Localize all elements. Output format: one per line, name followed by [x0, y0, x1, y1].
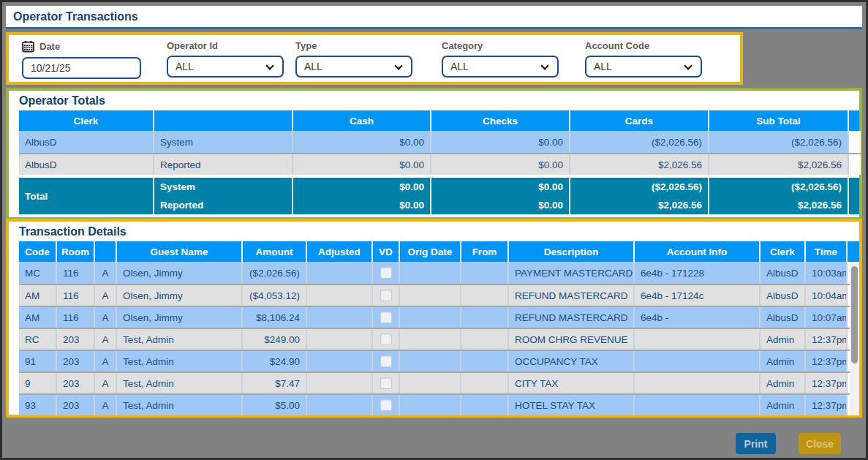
cell-code: MC	[19, 262, 57, 284]
chevron-down-icon	[684, 61, 692, 69]
cell-code: 9	[19, 373, 57, 393]
vd-checkbox[interactable]	[380, 399, 392, 411]
col-header-code: Code	[19, 241, 57, 262]
cell-cash: $0.00	[293, 154, 431, 175]
cell-time: 10:04am	[806, 285, 848, 306]
cell-flag: A	[95, 395, 117, 415]
date-label: Date	[39, 41, 60, 52]
cell-amount: ($4,053.12)	[243, 285, 307, 306]
col-header-guest-name: Guest Name	[117, 241, 243, 262]
col-header-vd: VD	[373, 241, 400, 262]
total-cash-reported: $0.00	[293, 196, 431, 214]
cell-source: System	[154, 131, 293, 153]
cell-sub-total: ($2,026.56)	[709, 131, 849, 153]
transaction-row[interactable]: RC 203 A Test, Admin $249.00 ROOM CHRG R…	[19, 328, 859, 350]
col-header-orig-date: Orig Date	[400, 241, 461, 262]
col-header-checks: Checks	[431, 110, 570, 131]
print-button[interactable]: Print	[736, 433, 776, 454]
dialog-title-bar: Operator Transactions	[6, 6, 862, 29]
transaction-row[interactable]: MC 116 A Olsen, Jimmy ($2,026.56) PAYMEN…	[19, 262, 859, 284]
cell-flag: A	[95, 307, 117, 328]
cell-orig-date	[400, 373, 461, 393]
header-filler	[849, 110, 861, 131]
vd-checkbox[interactable]	[380, 312, 392, 323]
transaction-row[interactable]: AM 116 A Olsen, Jimmy ($4,053.12) REFUND…	[19, 284, 859, 306]
col-header-adjusted: Adjusted	[307, 241, 373, 262]
cell-guest-name: Test, Admin	[117, 373, 243, 393]
vd-checkbox[interactable]	[380, 355, 392, 367]
cell-clerk: AlbusD	[761, 285, 806, 306]
cell-adjusted	[307, 373, 373, 393]
cell-orig-date	[400, 285, 461, 306]
details-scrollbar-thumb[interactable]	[851, 266, 858, 363]
operator-id-select[interactable]: ALL	[167, 56, 284, 78]
account-code-value: ALL	[594, 61, 612, 72]
cell-guest-name: Olsen, Jimmy	[117, 285, 243, 306]
cell-time: 12:37pm	[806, 395, 848, 415]
cell-flag: A	[95, 285, 117, 306]
page-title: Operator Transactions	[13, 10, 138, 23]
totals-row[interactable]: AlbusD Reported $0.00 $0.00 $2,026.56 $2…	[19, 153, 859, 175]
cell-time: 10:07am	[806, 307, 848, 328]
col-header-account-info: Account Info	[635, 241, 761, 262]
transaction-row[interactable]: 9 203 A Test, Admin $7.47 CITY TAX Admin…	[19, 372, 859, 393]
cell-adjusted	[307, 285, 373, 306]
chevron-down-icon	[540, 61, 548, 69]
account-code-select[interactable]: ALL	[585, 56, 702, 78]
cell-clerk: Admin	[761, 373, 806, 393]
cell-flag: A	[95, 351, 117, 372]
chevron-down-icon	[265, 61, 273, 69]
transaction-row[interactable]: AM 116 A Olsen, Jimmy $8,106.24 REFUND M…	[19, 306, 859, 328]
vd-checkbox[interactable]	[380, 267, 392, 279]
type-select[interactable]: ALL	[295, 56, 412, 78]
date-label-row: Date	[22, 40, 141, 53]
cell-description: REFUND MASTERCARD	[509, 285, 635, 306]
cell-time: 10:03am	[806, 262, 848, 284]
cell-from	[461, 351, 509, 372]
vd-checkbox[interactable]	[380, 290, 392, 301]
cell-from	[461, 307, 509, 328]
date-filter-group: Date	[22, 40, 141, 79]
total-filler	[849, 178, 861, 196]
cell-clerk: AlbusD	[761, 307, 806, 328]
calendar-icon[interactable]	[22, 40, 34, 53]
cell-code: 93	[19, 395, 57, 415]
date-input[interactable]	[22, 57, 141, 79]
cell-room: 116	[57, 307, 95, 328]
cell-orig-date	[400, 329, 461, 350]
cell-time: 12:37pm	[806, 373, 848, 393]
cell-vd	[373, 285, 400, 306]
cell-amount: $7.47	[243, 373, 307, 393]
cell-amount: $8,106.24	[243, 307, 307, 328]
vd-checkbox[interactable]	[380, 333, 392, 345]
col-header-sub-total: Sub Total	[709, 110, 849, 131]
vd-checkbox[interactable]	[380, 377, 392, 389]
cell-account-info	[635, 373, 761, 393]
cell-guest-name: Olsen, Jimmy	[117, 262, 243, 284]
operator-totals-panel: Operator Totals Clerk Cash Checks Cards …	[6, 88, 862, 220]
details-header-row: Code Room Guest Name Amount Adjusted VD …	[19, 241, 859, 262]
cell-vd	[373, 373, 400, 393]
transaction-row[interactable]: 91 203 A Test, Admin $24.90 OCCUPANCY TA…	[19, 350, 859, 372]
cell-clerk: Admin	[761, 329, 806, 350]
cell-room: 116	[57, 285, 95, 306]
col-header-time: Time	[806, 241, 848, 262]
category-select[interactable]: ALL	[442, 56, 559, 78]
col-header-blank	[154, 110, 293, 131]
details-scrollbar-track[interactable]	[850, 262, 859, 415]
cell-adjusted	[307, 307, 373, 328]
cell-from	[461, 395, 509, 415]
col-header-description: Description	[509, 241, 635, 262]
cell-room: 203	[57, 373, 95, 393]
cell-vd	[373, 307, 400, 328]
total-cash-system: $0.00	[293, 178, 431, 196]
transaction-row[interactable]: 93 203 A Test, Admin $5.00 HOTEL STAY TA…	[19, 393, 859, 415]
close-button[interactable]: Close	[799, 433, 841, 454]
cell-description: HOTEL STAY TAX	[509, 395, 635, 415]
cell-adjusted	[307, 329, 373, 350]
cell-adjusted	[307, 351, 373, 372]
cell-amount: $5.00	[243, 395, 307, 415]
totals-row[interactable]: AlbusD System $0.00 $0.00 ($2,026.56) ($…	[19, 131, 859, 153]
col-header-cash: Cash	[293, 110, 431, 131]
type-value: ALL	[304, 61, 322, 72]
